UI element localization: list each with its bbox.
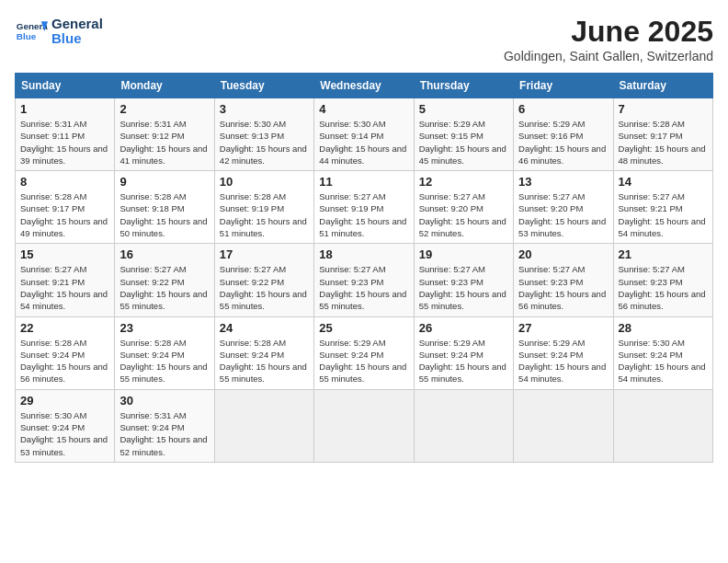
logo-text-blue: Blue	[51, 31, 103, 47]
calendar-cell: 12 Sunrise: 5:27 AMSunset: 9:20 PMDaylig…	[414, 171, 513, 244]
calendar-cell: 25 Sunrise: 5:29 AMSunset: 9:24 PMDaylig…	[314, 316, 414, 389]
calendar-cell: 22 Sunrise: 5:28 AMSunset: 9:24 PMDaylig…	[16, 316, 115, 389]
day-info: Sunrise: 5:27 AMSunset: 9:23 PMDaylight:…	[518, 264, 606, 311]
day-number: 5	[419, 102, 508, 116]
calendar-cell: 7 Sunrise: 5:28 AMSunset: 9:17 PMDayligh…	[613, 98, 712, 171]
day-info: Sunrise: 5:27 AMSunset: 9:21 PMDaylight:…	[20, 264, 108, 311]
day-number: 17	[220, 247, 309, 261]
day-number: 19	[419, 247, 508, 261]
day-info: Sunrise: 5:28 AMSunset: 9:17 PMDaylight:…	[20, 191, 108, 238]
calendar-cell: 26 Sunrise: 5:29 AMSunset: 9:24 PMDaylig…	[414, 316, 513, 389]
day-info: Sunrise: 5:27 AMSunset: 9:22 PMDaylight:…	[220, 264, 307, 311]
calendar-cell: 5 Sunrise: 5:29 AMSunset: 9:15 PMDayligh…	[414, 98, 513, 171]
day-number: 1	[20, 102, 109, 116]
header-thursday: Thursday	[414, 74, 513, 98]
calendar-cell: 2 Sunrise: 5:31 AMSunset: 9:12 PMDayligh…	[115, 98, 214, 171]
day-number: 22	[20, 321, 109, 335]
calendar-cell: 13 Sunrise: 5:27 AMSunset: 9:20 PMDaylig…	[514, 171, 613, 244]
calendar-cell: 24 Sunrise: 5:28 AMSunset: 9:24 PMDaylig…	[214, 316, 313, 389]
header-friday: Friday	[514, 74, 613, 98]
calendar-cell: 29 Sunrise: 5:30 AMSunset: 9:24 PMDaylig…	[16, 389, 115, 462]
calendar-cell: 4 Sunrise: 5:30 AMSunset: 9:14 PMDayligh…	[314, 98, 414, 171]
day-number: 7	[619, 102, 708, 116]
svg-text:Blue: Blue	[17, 31, 37, 41]
day-number: 9	[119, 175, 209, 189]
day-number: 3	[220, 102, 309, 116]
day-info: Sunrise: 5:28 AMSunset: 9:24 PMDaylight:…	[119, 338, 207, 385]
calendar-cell: 17 Sunrise: 5:27 AMSunset: 9:22 PMDaylig…	[214, 244, 313, 316]
day-number: 8	[20, 175, 109, 189]
day-number: 11	[319, 175, 408, 189]
day-number: 10	[220, 175, 309, 189]
calendar-table: SundayMondayTuesdayWednesdayThursdayFrid…	[15, 73, 713, 463]
location-title: Goldingen, Saint Gallen, Switzerland	[504, 49, 713, 63]
calendar-cell: 1 Sunrise: 5:31 AMSunset: 9:11 PMDayligh…	[16, 98, 115, 171]
title-area: June 2025 Goldingen, Saint Gallen, Switz…	[504, 15, 713, 63]
calendar-cell: 11 Sunrise: 5:27 AMSunset: 9:19 PMDaylig…	[314, 171, 414, 244]
day-number: 29	[20, 394, 109, 408]
day-info: Sunrise: 5:28 AMSunset: 9:18 PMDaylight:…	[119, 191, 207, 238]
day-number: 23	[119, 321, 209, 335]
day-info: Sunrise: 5:30 AMSunset: 9:24 PMDaylight:…	[619, 338, 706, 385]
day-info: Sunrise: 5:28 AMSunset: 9:24 PMDaylight:…	[220, 338, 307, 385]
day-info: Sunrise: 5:31 AMSunset: 9:24 PMDaylight:…	[119, 410, 207, 457]
calendar-cell: 10 Sunrise: 5:28 AMSunset: 9:19 PMDaylig…	[214, 171, 313, 244]
day-info: Sunrise: 5:27 AMSunset: 9:22 PMDaylight:…	[119, 264, 207, 311]
day-info: Sunrise: 5:27 AMSunset: 9:23 PMDaylight:…	[619, 264, 706, 311]
day-number: 30	[119, 394, 209, 408]
day-info: Sunrise: 5:28 AMSunset: 9:17 PMDaylight:…	[619, 119, 706, 166]
day-info: Sunrise: 5:27 AMSunset: 9:23 PMDaylight:…	[319, 264, 406, 311]
calendar-cell: 23 Sunrise: 5:28 AMSunset: 9:24 PMDaylig…	[115, 316, 214, 389]
header-monday: Monday	[115, 74, 214, 98]
header-tuesday: Tuesday	[214, 74, 313, 98]
calendar-cell	[514, 389, 613, 462]
day-number: 13	[518, 175, 608, 189]
day-number: 27	[518, 321, 608, 335]
day-number: 25	[319, 321, 408, 335]
day-info: Sunrise: 5:27 AMSunset: 9:23 PMDaylight:…	[419, 264, 506, 311]
day-info: Sunrise: 5:30 AMSunset: 9:13 PMDaylight:…	[220, 119, 307, 166]
day-info: Sunrise: 5:29 AMSunset: 9:24 PMDaylight:…	[518, 338, 606, 385]
calendar-cell: 19 Sunrise: 5:27 AMSunset: 9:23 PMDaylig…	[414, 244, 513, 316]
day-number: 2	[119, 102, 209, 116]
calendar-cell: 14 Sunrise: 5:27 AMSunset: 9:21 PMDaylig…	[613, 171, 712, 244]
month-title: June 2025	[504, 15, 713, 49]
page-header: General Blue General Blue June 2025 Gold…	[15, 15, 713, 63]
calendar-cell: 3 Sunrise: 5:30 AMSunset: 9:13 PMDayligh…	[214, 98, 313, 171]
day-number: 26	[419, 321, 508, 335]
calendar-cell: 28 Sunrise: 5:30 AMSunset: 9:24 PMDaylig…	[613, 316, 712, 389]
day-info: Sunrise: 5:29 AMSunset: 9:15 PMDaylight:…	[419, 119, 506, 166]
day-info: Sunrise: 5:30 AMSunset: 9:24 PMDaylight:…	[20, 410, 108, 457]
calendar-cell: 27 Sunrise: 5:29 AMSunset: 9:24 PMDaylig…	[514, 316, 613, 389]
calendar-cell: 21 Sunrise: 5:27 AMSunset: 9:23 PMDaylig…	[613, 244, 712, 316]
day-number: 6	[518, 102, 608, 116]
day-number: 4	[319, 102, 408, 116]
header-sunday: Sunday	[16, 74, 115, 98]
calendar-cell: 30 Sunrise: 5:31 AMSunset: 9:24 PMDaylig…	[115, 389, 214, 462]
day-info: Sunrise: 5:27 AMSunset: 9:20 PMDaylight:…	[419, 191, 506, 238]
calendar-cell	[214, 389, 313, 462]
day-info: Sunrise: 5:28 AMSunset: 9:24 PMDaylight:…	[20, 338, 108, 385]
logo-text-general: General	[51, 17, 103, 32]
day-info: Sunrise: 5:27 AMSunset: 9:19 PMDaylight:…	[319, 191, 406, 238]
day-number: 14	[619, 175, 708, 189]
calendar-cell: 16 Sunrise: 5:27 AMSunset: 9:22 PMDaylig…	[115, 244, 214, 316]
day-info: Sunrise: 5:31 AMSunset: 9:11 PMDaylight:…	[20, 119, 108, 166]
day-number: 18	[319, 247, 408, 261]
day-number: 12	[419, 175, 508, 189]
calendar-cell: 20 Sunrise: 5:27 AMSunset: 9:23 PMDaylig…	[514, 244, 613, 316]
day-info: Sunrise: 5:30 AMSunset: 9:14 PMDaylight:…	[319, 119, 406, 166]
calendar-cell: 15 Sunrise: 5:27 AMSunset: 9:21 PMDaylig…	[16, 244, 115, 316]
calendar-cell: 6 Sunrise: 5:29 AMSunset: 9:16 PMDayligh…	[514, 98, 613, 171]
day-number: 21	[619, 247, 708, 261]
day-info: Sunrise: 5:27 AMSunset: 9:20 PMDaylight:…	[518, 191, 606, 238]
calendar-cell	[414, 389, 513, 462]
calendar-cell: 18 Sunrise: 5:27 AMSunset: 9:23 PMDaylig…	[314, 244, 414, 316]
day-number: 15	[20, 247, 109, 261]
logo: General Blue General Blue	[15, 15, 103, 48]
day-info: Sunrise: 5:27 AMSunset: 9:21 PMDaylight:…	[619, 191, 706, 238]
day-number: 20	[518, 247, 608, 261]
day-number: 28	[619, 321, 708, 335]
calendar-cell	[613, 389, 712, 462]
header-saturday: Saturday	[613, 74, 712, 98]
